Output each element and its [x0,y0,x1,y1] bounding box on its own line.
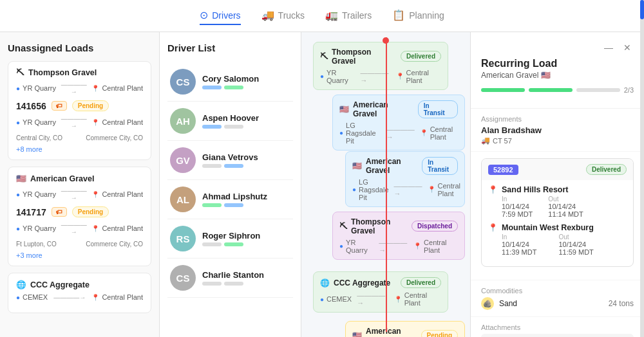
close-button[interactable]: ✕ [621,41,634,54]
sched-row-0[interactable]: ⛏ Thompson Gravel Delivered ● YR Quarry … [313,37,465,94]
trip-section: 52892 Delivered 📍 Sand Hills Resort In 1… [471,152,644,280]
right-panel-header: — ✕ Recurring Load American Gravel 🇺🇸 2/… [471,32,644,109]
attachment-item: 🗒 Scale Ticket 10/14/24 [481,334,634,337]
sched-bar-4[interactable]: 🌐 CCC Aggregate Delivered ● CEMEX ————→ … [313,271,448,313]
load-card-american[interactable]: 🇺🇸 American Gravel ● YR Quarry ————→ 📍 C… [8,167,151,266]
sched-row-2[interactable]: 🇺🇸 American Gravel In Transit ● LG Ragsd… [345,150,465,207]
load-tag-1: 🏷 [52,101,67,111]
trucks-icon: 🚚 [261,9,274,21]
commodity-row: 🪨 Sand 24 tons [481,297,634,310]
load-status-1: Pending [72,100,109,111]
sched-bar-2[interactable]: 🇺🇸 American Gravel In Transit ● LG Ragsd… [345,151,465,207]
sched-bar-5[interactable]: 🇺🇸 American Gravel Pending ● LG Ragsdale… [345,321,465,338]
load-id-row-2: 141717 🏷 Pending [16,206,143,217]
more-link-2[interactable]: +3 more [16,251,143,259]
sched-row-5[interactable]: 🇺🇸 American Gravel Pending ● LG Ragsdale… [345,320,465,337]
commodities-section: Commodities 🪨 Sand 24 tons [471,280,644,317]
driver-name-roger: Roger Siphron [202,231,290,241]
trip-stop-2: 📍 Mountain West Rexburg In 10/14/24 11:3… [488,223,627,256]
load-id-row-1: 141656 🏷 Pending [16,100,143,111]
assignments-section: Assignments Alan Bradshaw 🚚 CT 57 [471,109,644,152]
stop1-name: Sand Hills Resort [502,185,583,194]
stop2-name: Mountain West Rexburg [502,223,594,232]
progress-bar: 2/3 [481,86,634,94]
sched-status-5: Pending [421,330,458,337]
stop1-dot: 📍 [488,185,498,194]
trip-status-badge: Delivered [586,164,627,175]
right-panel: — ✕ Recurring Load American Gravel 🇺🇸 2/… [470,32,644,337]
load-status-2: Pending [72,206,109,217]
tab-trucks-label: Trucks [278,10,305,21]
progress-seg-2 [529,88,573,92]
main-layout: Unassigned Loads ⛏ Thompson Gravel ● YR … [0,32,644,337]
right-title: Recurring Load [481,58,634,69]
load-company-thompson: ⛏ Thompson Gravel [16,68,143,77]
progress-label: 2/3 [624,86,634,94]
unassigned-title: Unassigned Loads [8,42,151,53]
schedule-inner: ⛏ Thompson Gravel Delivered ● YR Quarry … [307,37,465,332]
driver-name-giana: Giana Vetrovs [202,152,290,162]
dest-pin: 📍 [91,85,99,92]
tab-drivers-label: Drivers [212,10,240,21]
load-id-2: 141717 [16,207,46,217]
sched-status-3: Dispatched [412,221,458,232]
more-link-1[interactable]: +8 more [16,145,143,153]
right-subtitle: American Gravel 🇺🇸 [481,71,634,80]
stop2-dot: 📍 [488,223,498,232]
assigned-to: Alan Bradshaw [481,125,634,135]
drivers-icon: ⊙ [200,9,208,21]
driver-item-charlie[interactable]: CS Charlie Stanton [167,259,293,298]
sched-status-1: In Transit [418,100,458,118]
origin-dot: ● [16,85,20,92]
driver-list-title: Driver List [167,42,293,53]
driver-item-aspen[interactable]: AH Aspen Hoover [167,102,293,141]
sched-bar-3[interactable]: ⛏ Thompson Gravel Dispatched ● YR Quarry… [332,212,465,260]
tab-trailers-label: Trailers [342,10,372,21]
sched-status-4: Delivered [401,277,441,288]
tab-drivers[interactable]: ⊙ Drivers [200,6,240,25]
commodities-label: Commodities [481,287,634,295]
sched-row-1[interactable]: 🇺🇸 American Gravel In Transit ● LG Ragsd… [332,94,465,150]
load-sub-route-1: Central City, CO Commerce City, CO [16,134,143,141]
scrollbar-thumb[interactable] [640,0,644,19]
avatar-cory: CS [170,69,196,95]
driver-item-cory[interactable]: CS Cory Salomon [167,62,293,102]
driver-item-roger[interactable]: RS Roger Siphron [167,219,293,259]
driver-name-ahmad: Ahmad Lipshutz [202,192,290,201]
nav-tabs: ⊙ Drivers 🚚 Trucks 🚛 Trailers 📋 Planning [200,6,444,25]
driver-item-giana[interactable]: GV Giana Vetrovs [167,141,293,180]
driver-name-cory: Cory Salomon [202,74,290,84]
sched-status-2: In Transit [422,157,458,175]
timeline-line [386,37,387,332]
minimize-button[interactable]: — [601,41,616,54]
trip-stop-1: 📍 Sand Hills Resort In 10/14/24 7:59 MDT [488,185,627,218]
load-id-1: 141656 [16,101,46,111]
progress-seg-1 [481,88,525,92]
tab-planning[interactable]: 📋 Planning [392,6,444,25]
trip-card-header: 52892 Delivered [482,159,633,180]
load-card-ccc[interactable]: 🌐 CCC Aggregate ● CEMEX ————→ 📍 Central … [8,273,151,313]
avatar-aspen: AH [170,108,196,134]
route-row-thompson: ● YR Quarry ————→ 📍 Central Plant [16,81,143,95]
load-card-thompson[interactable]: ⛏ Thompson Gravel ● YR Quarry ————→ 📍 Ce… [8,61,151,160]
sched-row-3[interactable]: ⛏ Thompson Gravel Dispatched ● YR Quarry… [332,207,465,264]
driver-name-charlie: Charlie Stanton [202,270,290,280]
assignments-label: Assignments [481,115,634,123]
avatar-ahmad: AL [170,187,196,212]
assigned-truck: 🚚 CT 57 [481,136,634,145]
tab-trailers[interactable]: 🚛 Trailers [325,6,372,25]
driver-item-ahmad[interactable]: AL Ahmad Lipshutz [167,180,293,219]
progress-seg-3 [576,88,620,92]
avatar-roger: RS [170,226,196,251]
tab-trucks[interactable]: 🚚 Trucks [261,6,305,25]
unassigned-loads-panel: Unassigned Loads ⛏ Thompson Gravel ● YR … [0,32,160,337]
planning-icon: 📋 [392,9,405,21]
sched-bar-1[interactable]: 🇺🇸 American Gravel In Transit ● LG Ragsd… [332,95,465,150]
top-nav: ⊙ Drivers 🚚 Trucks 🚛 Trailers 📋 Planning [0,0,644,32]
trip-card: 52892 Delivered 📍 Sand Hills Resort In 1… [481,158,634,267]
commodity-icon: 🪨 [481,297,494,310]
sched-bar-0[interactable]: ⛏ Thompson Gravel Delivered ● YR Quarry … [313,42,448,90]
sched-row-4[interactable]: 🌐 CCC Aggregate Delivered ● CEMEX ————→ … [313,264,465,320]
avatar-charlie: CS [170,265,196,291]
load-company-american: 🇺🇸 American Gravel [16,174,143,183]
